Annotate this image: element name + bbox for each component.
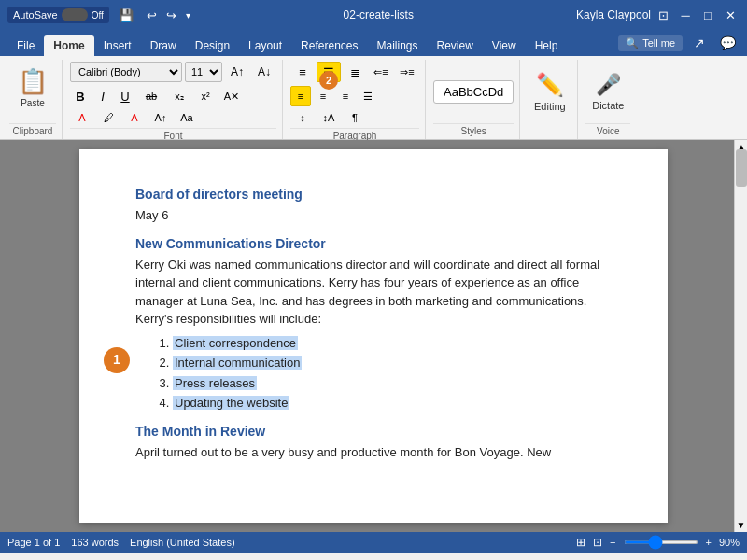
ribbon-group-editing: ✏️ Editing e bbox=[522, 60, 578, 139]
highlight-button[interactable]: 🖊 bbox=[96, 109, 120, 126]
board-date: May 6 bbox=[135, 206, 612, 225]
font-size-select[interactable]: 11 bbox=[185, 62, 222, 82]
zoom-minus[interactable]: − bbox=[610, 537, 615, 548]
underline-button[interactable]: U bbox=[115, 86, 135, 106]
line-spacing-button[interactable]: ↕ bbox=[290, 109, 315, 126]
font-color-button[interactable]: A bbox=[70, 109, 94, 126]
zoom-slider[interactable] bbox=[624, 540, 698, 544]
tell-me-label: Tell me bbox=[642, 37, 675, 49]
scrollbar-vertical[interactable]: ▲ ▼ bbox=[734, 140, 747, 532]
tab-review[interactable]: Review bbox=[428, 35, 483, 56]
list-item-4: Updating the website bbox=[173, 394, 612, 413]
styles-preview[interactable]: AaBbCcDd bbox=[433, 80, 514, 104]
save-button[interactable]: 💾 bbox=[115, 7, 137, 24]
dictate-label: Dictate bbox=[592, 100, 624, 111]
increase-indent-button[interactable]: ⇒≡ bbox=[395, 62, 419, 82]
strikethrough-button[interactable]: ab bbox=[137, 86, 165, 106]
autosave-label: AutoSave bbox=[13, 9, 58, 21]
layout-icon-web[interactable]: ⊡ bbox=[593, 536, 602, 549]
multilevel-list-button[interactable]: ≣ bbox=[343, 62, 367, 82]
tab-view[interactable]: View bbox=[483, 35, 526, 56]
scroll-down-arrow[interactable]: ▼ bbox=[735, 520, 747, 530]
tab-references[interactable]: References bbox=[291, 35, 367, 56]
italic-button[interactable]: I bbox=[92, 86, 113, 106]
tab-layout[interactable]: Layout bbox=[239, 35, 291, 56]
shading-button[interactable]: A bbox=[122, 109, 147, 126]
list-item-2: Internal communication bbox=[173, 354, 612, 372]
layout-icon-print[interactable]: ⊞ bbox=[576, 536, 585, 549]
editing-label: Editing bbox=[534, 101, 566, 112]
ribbon-group-voice: 🎤 Dictate Voice bbox=[580, 60, 636, 139]
decrease-indent-button[interactable]: ⇐≡ bbox=[369, 62, 393, 82]
username: Kayla Claypool bbox=[576, 8, 651, 21]
zoom-plus[interactable]: + bbox=[706, 537, 712, 548]
month-heading: The Month in Review bbox=[135, 422, 612, 441]
word-count: 163 words bbox=[71, 537, 119, 548]
search-tell-me[interactable]: 🔍 Tell me bbox=[618, 35, 683, 51]
maximize-button[interactable]: □ bbox=[698, 6, 717, 24]
list-item-1: Client correspondence bbox=[173, 334, 612, 353]
styles-group-label: Styles bbox=[433, 123, 514, 139]
voice-group-label: Voice bbox=[585, 123, 630, 139]
font-select[interactable]: Calibri (Body) bbox=[70, 62, 182, 82]
comment-button[interactable]: 💬 bbox=[716, 34, 740, 52]
tab-home[interactable]: Home bbox=[44, 35, 93, 56]
increase-font-button[interactable]: A↑ bbox=[225, 64, 249, 80]
scroll-thumb[interactable] bbox=[736, 149, 747, 187]
comms-heading: New Communications Director bbox=[135, 234, 612, 254]
autosave-toggle[interactable] bbox=[62, 8, 88, 21]
tab-insert[interactable]: Insert bbox=[94, 35, 141, 56]
autosave-badge[interactable]: AutoSave Off bbox=[7, 7, 109, 23]
text-effects-button[interactable]: A↑ bbox=[148, 109, 173, 126]
justify-button[interactable]: ☰ bbox=[358, 86, 378, 106]
tab-mailings[interactable]: Mailings bbox=[367, 35, 427, 56]
badge-1: 1 bbox=[104, 347, 130, 373]
undo-button[interactable]: ↩ bbox=[143, 7, 161, 24]
tab-help[interactable]: Help bbox=[526, 35, 568, 56]
redo-button[interactable]: ↪ bbox=[162, 7, 180, 24]
numbered-list-badge: 2 bbox=[319, 71, 338, 90]
paste-button[interactable]: 📋 Paste bbox=[9, 62, 56, 114]
title-bar: AutoSave Off 💾 ↩ ↪ ▾ 02-create-lists Kay… bbox=[0, 0, 747, 30]
bold-button[interactable]: B bbox=[70, 86, 91, 106]
share-button[interactable]: ↗ bbox=[690, 34, 709, 52]
align-right-button[interactable]: ≡ bbox=[335, 86, 356, 106]
show-formatting-button[interactable]: ¶ bbox=[343, 109, 367, 126]
clipboard-group-label: Clipboard bbox=[9, 123, 56, 139]
minimize-button[interactable]: ─ bbox=[676, 6, 695, 24]
section-board: Board of directors meeting May 6 bbox=[135, 185, 612, 225]
page-info: Page 1 of 1 bbox=[7, 537, 60, 548]
document-area: Board of directors meeting May 6 New Com… bbox=[0, 140, 747, 532]
paste-label: Paste bbox=[21, 98, 45, 108]
board-heading: Board of directors meeting bbox=[135, 185, 612, 204]
doc-page[interactable]: Board of directors meeting May 6 New Com… bbox=[79, 149, 668, 523]
tab-draw[interactable]: Draw bbox=[141, 35, 186, 56]
month-body: April turned out to be a very busy and p… bbox=[135, 443, 612, 462]
comms-list: Client correspondence Internal communica… bbox=[145, 334, 612, 413]
bullet-list-button[interactable]: ≡ bbox=[290, 62, 315, 82]
numbered-list-button-wrapper: ☰ 2 bbox=[317, 62, 341, 82]
comms-body: Kerry Oki was named communications direc… bbox=[135, 256, 612, 329]
customize-button[interactable]: ▾ bbox=[182, 8, 194, 22]
zoom-level: 90% bbox=[719, 537, 740, 548]
ribbon-group-paragraph: ≡ ☰ 2 ≣ ⇐≡ ⇒≡ ≡ ≡ ≡ ☰ ↕ ↕A ¶ Paragraph bbox=[285, 60, 426, 139]
align-left-button[interactable]: ≡ bbox=[290, 86, 311, 106]
tab-design[interactable]: Design bbox=[186, 35, 239, 56]
close-button[interactable]: ✕ bbox=[721, 6, 740, 24]
status-bar: Page 1 of 1 163 words English (United St… bbox=[0, 532, 747, 553]
decrease-font-button[interactable]: A↓ bbox=[252, 64, 276, 80]
search-icon: 🔍 bbox=[626, 37, 639, 49]
sort-button[interactable]: ↕A bbox=[317, 109, 341, 126]
subscript-button[interactable]: x₂ bbox=[167, 86, 191, 106]
tab-file[interactable]: File bbox=[7, 35, 44, 56]
font-case-button[interactable]: Aa bbox=[175, 109, 199, 126]
dictate-icon: 🎤 bbox=[596, 73, 621, 97]
document-title: 02-create-lists bbox=[344, 8, 414, 21]
section-month: The Month in Review April turned out to … bbox=[135, 422, 612, 462]
paste-icon: 📋 bbox=[18, 67, 48, 96]
ribbon: 📋 Paste Clipboard Calibri (Body) 11 A↑ A… bbox=[0, 56, 747, 140]
ribbon-group-clipboard: 📋 Paste Clipboard bbox=[4, 60, 63, 139]
superscript-button[interactable]: x² bbox=[193, 86, 218, 106]
clear-format-button[interactable]: A✕ bbox=[219, 86, 244, 106]
ribbon-display-button[interactable]: ⊡ bbox=[655, 7, 672, 24]
